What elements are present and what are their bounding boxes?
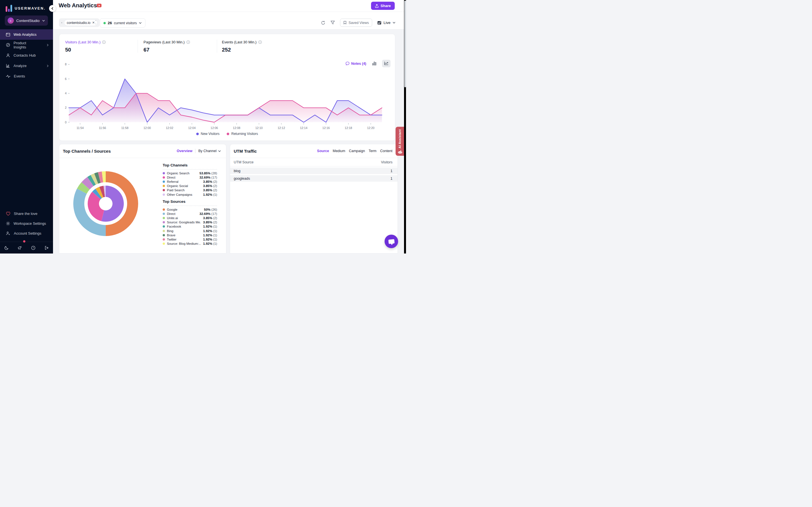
utm-source: googleads [234, 177, 250, 180]
refresh-icon[interactable] [321, 20, 325, 25]
domain-stepper[interactable]: ⌃⌃ [95, 20, 97, 24]
close-icon[interactable]: ✕ [92, 21, 95, 24]
chat-widget-button[interactable] [385, 235, 398, 248]
color-dot [163, 242, 165, 245]
utm-tab-term[interactable]: Term [368, 149, 376, 153]
scrollbar-thumb[interactable] [404, 1, 406, 87]
utm-tab-source[interactable]: Source [317, 149, 329, 153]
robot-icon [398, 150, 402, 154]
date-range-selector[interactable]: Live [377, 20, 396, 25]
share-button[interactable]: Share [371, 2, 395, 10]
sidebar-item-label: Events [14, 74, 25, 78]
list-item-twitter[interactable]: Twitter1.92%(1) [163, 237, 217, 241]
current-visitors-count: 26 [108, 21, 112, 25]
list-item-brave[interactable]: Brave1.92%(1) [163, 233, 217, 237]
list-item-direct[interactable]: Direct32.69%(17) [163, 175, 217, 179]
color-dot [163, 221, 165, 223]
utm-source: blog [234, 169, 241, 173]
overview-tab[interactable]: Overview [177, 149, 193, 153]
sidebar-item-analyze[interactable]: Analyze [0, 61, 53, 71]
workspace-selector[interactable]: c ContentStudio [5, 15, 48, 25]
saved-views-button[interactable]: Saved Views [340, 18, 372, 27]
top-sources-list: Top Sources Google50%(26)Direct32.69%(17… [163, 200, 217, 246]
list-item-facebook[interactable]: Facebook1.92%(1) [163, 224, 217, 229]
color-dot [163, 189, 165, 191]
list-item-google[interactable]: Google50%(26) [163, 207, 217, 212]
list-item-source-blog-medium[interactable]: Source: Blog Medium:...1.92%(1) [163, 242, 217, 246]
svg-text:12:08: 12:08 [233, 126, 240, 129]
list-item-organic-search[interactable]: Organic Search53.85%(28) [163, 171, 217, 175]
list-item-value: 1.92%(1) [203, 229, 217, 233]
sidebar: USERMAVEN. c ContentStudio Web Analytics… [0, 0, 53, 253]
svg-text:12:16: 12:16 [322, 126, 329, 129]
user-icon [6, 53, 10, 57]
list-item-label: Twitter [167, 238, 201, 241]
svg-text:12:20: 12:20 [367, 126, 374, 129]
list-item-bing[interactable]: Bing1.92%(1) [163, 229, 217, 233]
svg-text:12:06: 12:06 [211, 126, 218, 129]
utm-row-blog[interactable]: blog1 [230, 168, 398, 174]
domain-filter[interactable]: contentstudio.io ✕ [59, 18, 100, 27]
list-item-unite-ai[interactable]: Unite.ai3.85%(2) [163, 216, 217, 220]
sidebar-item-product-insights[interactable]: Product Insights [0, 40, 53, 50]
color-dot [163, 176, 165, 179]
info-icon[interactable] [102, 40, 106, 44]
youtube-tutorial-icon[interactable] [97, 4, 101, 7]
utm-table-header: UTM Source Visitors [230, 158, 398, 166]
sidebar-item-label: Web Analytics [13, 33, 36, 37]
top-sources-title: Top Sources [163, 200, 217, 206]
list-item-organic-social[interactable]: Organic Social3.85%(2) [163, 184, 217, 188]
sidebar-item-contacts-hub[interactable]: Contacts Hub [0, 50, 53, 61]
utm-tab-content[interactable]: Content [380, 149, 393, 153]
list-item-direct[interactable]: Direct32.69%(17) [163, 212, 217, 216]
utm-row-googleads[interactable]: googleads1 [230, 175, 398, 182]
color-dot [163, 234, 165, 236]
list-item-value: 3.85%(2) [203, 188, 217, 192]
sidebar-item-events[interactable]: Events [0, 71, 53, 81]
color-dot [163, 225, 165, 228]
svg-text:12:00: 12:00 [144, 126, 151, 129]
notification-dot [23, 240, 26, 243]
sidebar-collapse-button[interactable] [49, 5, 56, 12]
chevron-down-icon [393, 21, 396, 24]
list-item-source-googleads-me[interactable]: Source: Googleads Me...3.85%(2) [163, 220, 217, 224]
browser-icon [6, 33, 10, 37]
dark-mode-icon[interactable] [4, 245, 9, 250]
utm-tab-medium[interactable]: Medium [333, 149, 345, 153]
help-icon[interactable]: ? [31, 245, 36, 250]
list-item-referral[interactable]: Referral3.85%(2) [163, 179, 217, 184]
list-item-value: 3.85%(2) [203, 221, 217, 224]
list-item-value: 32.69%(17) [200, 176, 217, 179]
sidebar-footer-label: Workspace Settings [13, 221, 46, 226]
list-item-paid-search[interactable]: Paid Search3.85%(2) [163, 188, 217, 192]
info-icon[interactable] [258, 40, 262, 44]
list-item-label: Brave [167, 233, 201, 237]
logout-icon[interactable] [44, 245, 49, 250]
legend-returning-visitors[interactable]: Returning Visitors [227, 132, 258, 136]
legend-label: Returning Visitors [231, 132, 258, 136]
pulse-icon [6, 74, 10, 78]
announcements-icon[interactable] [17, 245, 22, 250]
svg-text:4: 4 [65, 92, 66, 95]
stat-label: Pageviews (Last 30 Min.) [144, 40, 190, 44]
sidebar-item-share-the-love[interactable]: Share the love [0, 209, 53, 219]
page-scrollbar[interactable] [404, 0, 406, 253]
info-icon[interactable] [186, 40, 190, 44]
sidebar-item-web-analytics[interactable]: Web Analytics [0, 29, 53, 40]
color-dot [163, 213, 165, 215]
list-item-other-campaigns[interactable]: Other Campaigns1.92%(1) [163, 192, 217, 196]
visitors-line-chart[interactable]: 0246811:5411:5611:5812:0012:0212:0412:06… [59, 57, 395, 133]
ai-assistant-tab[interactable]: AI Assistant [396, 127, 404, 156]
sidebar-item-workspace-settings[interactable]: Workspace Settings [0, 219, 53, 228]
svg-text:8: 8 [65, 62, 66, 66]
user-gear-icon [6, 231, 10, 235]
chevron-down-icon [139, 21, 142, 24]
filter-funnel-icon[interactable] [331, 20, 335, 25]
domain-chip[interactable]: contentstudio.io ✕ [64, 20, 97, 25]
by-channel-dropdown[interactable]: By Channel [198, 149, 221, 153]
utm-tab-campaign[interactable]: Campaign [349, 149, 365, 153]
channels-sources-donut[interactable] [59, 158, 163, 253]
current-visitors-pill[interactable]: 26 current visitors [100, 18, 146, 27]
sidebar-item-account-settings[interactable]: Account Settings [0, 228, 53, 238]
legend-new-visitors[interactable]: New Visitors [196, 132, 219, 136]
